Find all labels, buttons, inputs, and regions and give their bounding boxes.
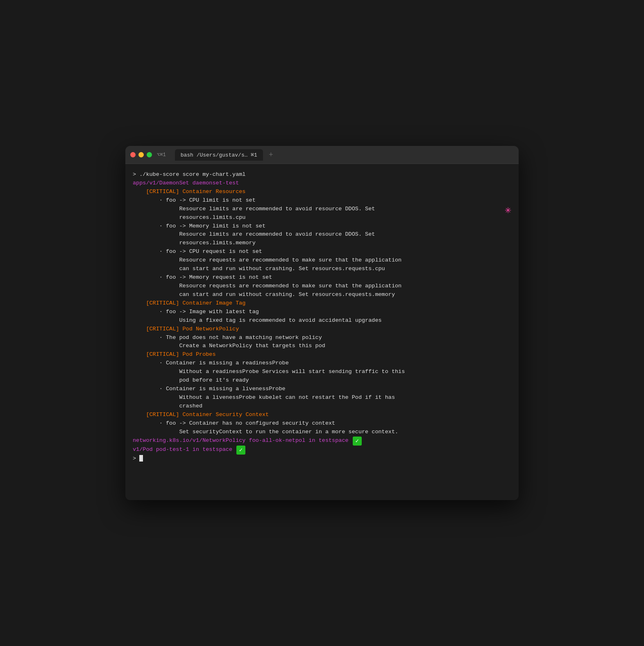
titlebar: ⌥⌘1 bash /Users/gustav/s… ⌘1 + [125, 146, 519, 164]
command-line: > ./kube-score score my-chart.yaml [133, 171, 511, 179]
keyboard-shortcut-label: ⌥⌘1 [157, 152, 166, 158]
detail-cpu-limit-2: resources.limits.cpu [133, 214, 511, 222]
critical-security-context: [CRITICAL] Container Security Context [133, 411, 511, 419]
pod-pass-line: v1/Pod pod-test-1 in testspace ✓ [133, 446, 511, 455]
netpol-pass-line: networking.k8s.io/v1/NetworkPolicy foo-a… [133, 437, 511, 446]
close-button[interactable] [130, 152, 136, 157]
critical-pod-probes: [CRITICAL] Pod Probes [133, 350, 511, 359]
detail-mem-limit-2: resources.limits.memory [133, 239, 511, 248]
detail-cpu-request-1: Resource requests are recommended to mak… [133, 256, 511, 265]
final-prompt: > [133, 455, 511, 463]
item-mem-request: · foo -> Memory request is not set [133, 273, 511, 282]
terminal-body: ✳ > ./kube-score score my-chart.yaml app… [125, 164, 519, 500]
detail-cpu-request-2: can start and run without crashing. Set … [133, 265, 511, 273]
terminal-window: ⌥⌘1 bash /Users/gustav/s… ⌘1 + ✳ > ./kub… [125, 146, 519, 500]
detail-security-context-1: Set securityContext to run the container… [133, 428, 511, 437]
traffic-lights [130, 152, 152, 157]
detail-cpu-limit-1: Resource limits are recommended to avoid… [133, 205, 511, 214]
detail-netpol-1: Create a NetworkPolicy that targets this… [133, 342, 511, 350]
item-cpu-request: · foo -> CPU request is not set [133, 248, 511, 256]
check-icons: ✓ [353, 437, 362, 446]
detail-mem-request-2: can start and run without crashing. Set … [133, 291, 511, 299]
netpol-pass-text: networking.k8s.io/v1/NetworkPolicy foo-a… [133, 437, 349, 445]
detail-liveness-1: Without a livenessProbe kubelet can not … [133, 394, 511, 402]
critical-network-policy: [CRITICAL] Pod NetworkPolicy [133, 325, 511, 334]
detail-readiness-1: Without a readinessProbe Services will s… [133, 368, 511, 376]
pod-pass-text: v1/Pod pod-test-1 in testspace [133, 446, 232, 454]
detail-mem-request-1: Resource requests are recommended to mak… [133, 282, 511, 291]
detail-mem-limit-1: Resource limits are recommended to avoid… [133, 230, 511, 239]
detail-liveness-2: crashed [133, 402, 511, 411]
daemonset-header: apps/v1/DaemonSet daemonset-test [133, 179, 511, 188]
active-tab[interactable]: bash /Users/gustav/s… ⌘1 [175, 149, 263, 161]
item-netpol: · The pod does not have a matching netwo… [133, 334, 511, 342]
cursor [139, 455, 143, 462]
item-security-context: · foo -> Container has no configured sec… [133, 419, 511, 428]
item-cpu-limit: · foo -> CPU limit is not set [133, 196, 511, 205]
minimize-button[interactable] [138, 152, 144, 157]
check-pod: ✓ [236, 446, 245, 455]
item-liveness-probe: · Container is missing a livenessProbe [133, 385, 511, 394]
critical-container-resources: [CRITICAL] Container Resources [133, 188, 511, 196]
detail-readiness-2: pod before it's ready [133, 376, 511, 385]
detail-image-tag-1: Using a fixed tag is recommended to avoi… [133, 316, 511, 325]
check-netpol: ✓ [353, 437, 362, 446]
item-image-tag: · foo -> Image with latest tag [133, 308, 511, 316]
critical-image-tag: [CRITICAL] Container Image Tag [133, 299, 511, 308]
item-readiness-probe: · Container is missing a readinessProbe [133, 359, 511, 368]
item-mem-limit: · foo -> Memory limit is not set [133, 222, 511, 231]
new-tab-button[interactable]: + [269, 151, 273, 159]
star-icon: ✳ [505, 203, 511, 216]
maximize-button[interactable] [147, 152, 152, 157]
